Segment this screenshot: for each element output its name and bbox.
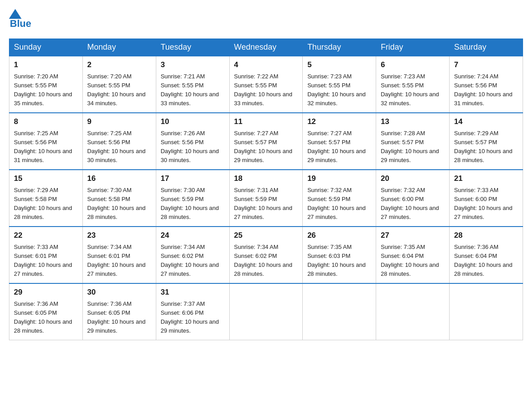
calendar-day-cell: 26Sunrise: 7:35 AMSunset: 6:03 PMDayligh… — [303, 227, 376, 283]
empty-cell — [303, 283, 376, 340]
calendar-week-row: 1Sunrise: 7:20 AMSunset: 5:55 PMDaylight… — [9, 56, 523, 113]
calendar-day-cell: 27Sunrise: 7:35 AMSunset: 6:04 PMDayligh… — [376, 227, 450, 283]
day-info: Sunrise: 7:21 AMSunset: 5:55 PMDaylight:… — [161, 72, 225, 108]
day-info: Sunrise: 7:32 AMSunset: 6:00 PMDaylight:… — [381, 186, 445, 222]
day-number: 7 — [454, 59, 518, 71]
day-info: Sunrise: 7:23 AMSunset: 5:55 PMDaylight:… — [307, 72, 371, 108]
day-info: Sunrise: 7:27 AMSunset: 5:57 PMDaylight:… — [234, 129, 298, 165]
calendar-day-cell: 20Sunrise: 7:32 AMSunset: 6:00 PMDayligh… — [376, 170, 450, 227]
day-number: 3 — [161, 59, 225, 71]
day-info: Sunrise: 7:35 AMSunset: 6:04 PMDaylight:… — [381, 243, 445, 279]
page-header: Blue — [9, 9, 523, 30]
empty-cell — [450, 283, 523, 340]
day-number: 24 — [161, 230, 225, 241]
calendar-header-row: SundayMondayTuesdayWednesdayThursdayFrid… — [9, 39, 523, 56]
calendar-day-cell: 31Sunrise: 7:37 AMSunset: 6:06 PMDayligh… — [156, 283, 229, 340]
day-info: Sunrise: 7:30 AMSunset: 5:59 PMDaylight:… — [161, 186, 225, 222]
day-number: 6 — [381, 59, 445, 71]
day-number: 23 — [87, 230, 151, 241]
day-info: Sunrise: 7:34 AMSunset: 6:01 PMDaylight:… — [87, 243, 151, 279]
day-number: 27 — [381, 230, 445, 241]
day-info: Sunrise: 7:25 AMSunset: 5:56 PMDaylight:… — [87, 129, 151, 165]
day-number: 17 — [161, 173, 225, 184]
day-number: 14 — [454, 116, 518, 128]
calendar-day-cell: 15Sunrise: 7:29 AMSunset: 5:58 PMDayligh… — [9, 170, 83, 227]
day-info: Sunrise: 7:23 AMSunset: 5:55 PMDaylight:… — [381, 72, 445, 108]
empty-cell — [229, 283, 303, 340]
day-info: Sunrise: 7:26 AMSunset: 5:56 PMDaylight:… — [161, 129, 225, 165]
day-info: Sunrise: 7:28 AMSunset: 5:57 PMDaylight:… — [381, 129, 445, 165]
calendar-day-cell: 14Sunrise: 7:29 AMSunset: 5:57 PMDayligh… — [450, 113, 523, 170]
day-info: Sunrise: 7:36 AMSunset: 6:05 PMDaylight:… — [14, 300, 78, 336]
day-info: Sunrise: 7:20 AMSunset: 5:55 PMDaylight:… — [14, 72, 78, 108]
day-number: 20 — [381, 173, 445, 184]
calendar-week-row: 29Sunrise: 7:36 AMSunset: 6:05 PMDayligh… — [9, 283, 523, 340]
day-info: Sunrise: 7:29 AMSunset: 5:58 PMDaylight:… — [14, 186, 78, 222]
day-number: 1 — [14, 59, 78, 71]
calendar-day-cell: 18Sunrise: 7:31 AMSunset: 5:59 PMDayligh… — [229, 170, 303, 227]
calendar-day-cell: 30Sunrise: 7:36 AMSunset: 6:05 PMDayligh… — [82, 283, 156, 340]
day-number: 26 — [307, 230, 371, 241]
calendar-day-cell: 7Sunrise: 7:24 AMSunset: 5:56 PMDaylight… — [450, 56, 523, 113]
calendar-day-cell: 11Sunrise: 7:27 AMSunset: 5:57 PMDayligh… — [229, 113, 303, 170]
weekday-header-wednesday: Wednesday — [229, 39, 303, 56]
calendar-day-cell: 2Sunrise: 7:20 AMSunset: 5:55 PMDaylight… — [82, 56, 156, 113]
day-info: Sunrise: 7:35 AMSunset: 6:03 PMDaylight:… — [307, 243, 371, 279]
day-info: Sunrise: 7:25 AMSunset: 5:56 PMDaylight:… — [14, 129, 78, 165]
day-number: 22 — [14, 230, 78, 241]
day-number: 13 — [381, 116, 445, 128]
weekday-header-tuesday: Tuesday — [156, 39, 229, 56]
day-number: 25 — [234, 230, 298, 241]
weekday-header-friday: Friday — [376, 39, 450, 56]
calendar-day-cell: 6Sunrise: 7:23 AMSunset: 5:55 PMDaylight… — [376, 56, 450, 113]
calendar-day-cell: 12Sunrise: 7:27 AMSunset: 5:57 PMDayligh… — [303, 113, 376, 170]
day-info: Sunrise: 7:36 AMSunset: 6:04 PMDaylight:… — [454, 243, 518, 279]
logo: Blue — [9, 9, 31, 30]
calendar-day-cell: 29Sunrise: 7:36 AMSunset: 6:05 PMDayligh… — [9, 283, 83, 340]
day-number: 12 — [307, 116, 371, 128]
logo-subtitle: Blue — [10, 18, 31, 30]
day-info: Sunrise: 7:29 AMSunset: 5:57 PMDaylight:… — [454, 129, 518, 165]
day-number: 31 — [161, 287, 225, 298]
day-info: Sunrise: 7:34 AMSunset: 6:02 PMDaylight:… — [161, 243, 225, 279]
calendar-day-cell: 4Sunrise: 7:22 AMSunset: 5:55 PMDaylight… — [229, 56, 303, 113]
empty-cell — [376, 283, 450, 340]
calendar-week-row: 8Sunrise: 7:25 AMSunset: 5:56 PMDaylight… — [9, 113, 523, 170]
day-number: 21 — [454, 173, 518, 184]
day-number: 19 — [307, 173, 371, 184]
calendar-week-row: 15Sunrise: 7:29 AMSunset: 5:58 PMDayligh… — [9, 170, 523, 227]
day-number: 15 — [14, 173, 78, 184]
weekday-header-sunday: Sunday — [9, 39, 83, 56]
weekday-header-monday: Monday — [82, 39, 156, 56]
calendar-day-cell: 21Sunrise: 7:33 AMSunset: 6:00 PMDayligh… — [450, 170, 523, 227]
day-info: Sunrise: 7:36 AMSunset: 6:05 PMDaylight:… — [87, 300, 151, 336]
calendar-day-cell: 13Sunrise: 7:28 AMSunset: 5:57 PMDayligh… — [376, 113, 450, 170]
day-info: Sunrise: 7:30 AMSunset: 5:58 PMDaylight:… — [87, 186, 151, 222]
day-info: Sunrise: 7:24 AMSunset: 5:56 PMDaylight:… — [454, 72, 518, 108]
day-info: Sunrise: 7:33 AMSunset: 6:01 PMDaylight:… — [14, 243, 78, 279]
calendar-day-cell: 23Sunrise: 7:34 AMSunset: 6:01 PMDayligh… — [82, 227, 156, 283]
day-number: 11 — [234, 116, 298, 128]
day-info: Sunrise: 7:22 AMSunset: 5:55 PMDaylight:… — [234, 72, 298, 108]
calendar-day-cell: 25Sunrise: 7:34 AMSunset: 6:02 PMDayligh… — [229, 227, 303, 283]
calendar-table: SundayMondayTuesdayWednesdayThursdayFrid… — [9, 39, 523, 340]
day-number: 16 — [87, 173, 151, 184]
day-info: Sunrise: 7:34 AMSunset: 6:02 PMDaylight:… — [234, 243, 298, 279]
day-number: 10 — [161, 116, 225, 128]
day-number: 30 — [87, 287, 151, 298]
calendar-day-cell: 22Sunrise: 7:33 AMSunset: 6:01 PMDayligh… — [9, 227, 83, 283]
day-number: 28 — [454, 230, 518, 241]
day-number: 5 — [307, 59, 371, 71]
day-number: 29 — [14, 287, 78, 298]
calendar-day-cell: 9Sunrise: 7:25 AMSunset: 5:56 PMDaylight… — [82, 113, 156, 170]
day-info: Sunrise: 7:33 AMSunset: 6:00 PMDaylight:… — [454, 186, 518, 222]
calendar-day-cell: 8Sunrise: 7:25 AMSunset: 5:56 PMDaylight… — [9, 113, 83, 170]
calendar-day-cell: 1Sunrise: 7:20 AMSunset: 5:55 PMDaylight… — [9, 56, 83, 113]
day-info: Sunrise: 7:20 AMSunset: 5:55 PMDaylight:… — [87, 72, 151, 108]
day-info: Sunrise: 7:32 AMSunset: 5:59 PMDaylight:… — [307, 186, 371, 222]
calendar-day-cell: 17Sunrise: 7:30 AMSunset: 5:59 PMDayligh… — [156, 170, 229, 227]
day-number: 4 — [234, 59, 298, 71]
weekday-header-thursday: Thursday — [303, 39, 376, 56]
calendar-day-cell: 10Sunrise: 7:26 AMSunset: 5:56 PMDayligh… — [156, 113, 229, 170]
calendar-week-row: 22Sunrise: 7:33 AMSunset: 6:01 PMDayligh… — [9, 227, 523, 283]
